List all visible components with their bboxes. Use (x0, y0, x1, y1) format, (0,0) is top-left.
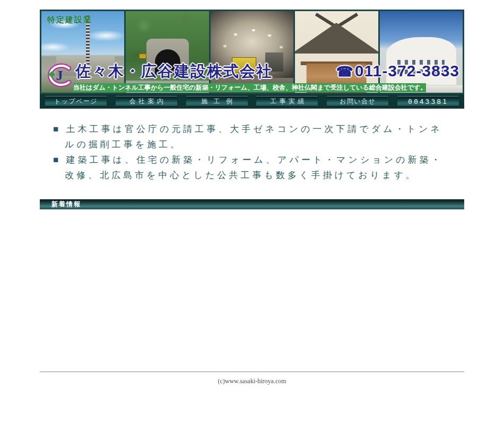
main-nav: トップページ 会社案内 施工例 工事実績 お問い合せ 0043381 (40, 94, 464, 109)
visitor-counter: 0043381 (397, 96, 459, 107)
square-bullet-icon: ■ (53, 124, 66, 134)
logo-swirl-icon: J (45, 62, 74, 89)
tunnel-lights (252, 29, 255, 31)
intro-bullet-civil-text: 土木工事は官公庁の元請工事、大手ゼネコンの一次下請でダム・トンネルの掘削工事を施… (65, 124, 442, 149)
window-row (397, 60, 445, 65)
license-label: 特定建設業 (47, 15, 92, 25)
nav-work-record[interactable]: 工事実績 (256, 96, 318, 107)
equipment-rack (265, 52, 283, 72)
intro-section: ■ 土木工事は官公庁の元請工事、大手ゼネコンの一次下請でダム・トンネルの掘削工事… (40, 109, 464, 183)
yellow-machine (232, 57, 256, 73)
window-row (397, 69, 445, 74)
photo-shrine-roof (295, 11, 378, 93)
empty-news-area (40, 209, 464, 372)
school-facade (386, 37, 456, 84)
intro-bullet-civil: ■ 土木工事は官公庁の元請工事、大手ゼネコンの一次下請でダム・トンネルの掘削工事… (53, 121, 445, 152)
photo-strip (41, 11, 463, 93)
company-logo: J (45, 62, 74, 91)
nav-top-page[interactable]: トップページ (45, 96, 107, 107)
news-section-header: 新着情報 (40, 199, 464, 209)
warning-sign (139, 54, 146, 59)
nav-company-info[interactable]: 会社案内 (116, 96, 177, 107)
nav-contact[interactable]: お問い合せ (327, 96, 388, 107)
intro-bullet-building: ■ 建築工事は、住宅の新築・リフォーム、アパート・マンションの新築・改修、北広島… (53, 152, 445, 183)
photo-tunnel-portal (126, 11, 208, 93)
logo-letter: J (56, 68, 63, 83)
footer-divider (40, 372, 464, 372)
square-bullet-icon: ■ (53, 155, 66, 165)
nav-construction-examples[interactable]: 施工例 (186, 96, 248, 107)
photo-school-building (380, 11, 463, 93)
tunnel-arch-opening (155, 49, 180, 74)
photo-tunnel-interior (211, 11, 293, 93)
page: 特定建設業 J 佐々木・広谷建設株式会社 ☎011-372-3833 当社はダム… (40, 0, 464, 385)
shrine-roof-triangle (295, 23, 378, 54)
copyright-text: (c)www.sasaki-hiroya.com (40, 377, 464, 385)
site-header: 特定建設業 J 佐々木・広谷建設株式会社 ☎011-372-3833 当社はダム… (40, 10, 464, 94)
intro-bullet-building-text: 建築工事は、住宅の新築・リフォーム、アパート・マンションの新築・改修、北広島市を… (65, 155, 443, 180)
tagline-banner: 当社はダム・トンネル工事から一般住宅の新築・リフォーム、工場、校舎、神社仏閣まで… (73, 83, 426, 92)
